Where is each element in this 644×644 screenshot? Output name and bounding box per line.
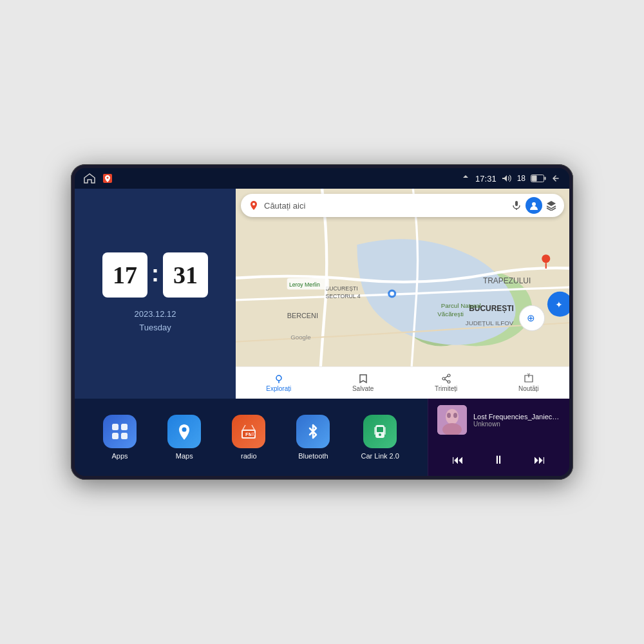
clock-widget: 17 : 31 2023.12.12 Tuesday <box>75 189 236 399</box>
svg-text:Leroy Merlin: Leroy Merlin <box>289 281 320 288</box>
map-nav-saved[interactable]: Salvate <box>352 374 374 392</box>
svg-point-25 <box>542 254 550 263</box>
svg-rect-42 <box>112 433 118 439</box>
status-bar: 17:31 18 <box>75 168 569 189</box>
map-search-text[interactable]: Căutați aici <box>264 201 506 211</box>
main-content: 17 : 31 2023.12.12 Tuesday <box>75 189 569 476</box>
svg-text:Google: Google <box>290 334 311 341</box>
apps-label: Apps <box>112 452 128 460</box>
map-pin-icon <box>249 200 259 211</box>
svg-rect-3 <box>545 177 546 180</box>
radio-icon-image: FM <box>232 415 265 448</box>
svg-point-31 <box>532 202 536 206</box>
svg-text:Parcul Natural: Parcul Natural <box>441 302 481 309</box>
map-nav-share[interactable]: Trimiteți <box>435 374 457 392</box>
svg-point-44 <box>182 428 187 432</box>
next-button[interactable]: ⏭ <box>529 451 551 469</box>
album-art <box>437 405 467 435</box>
apps-icon-image <box>103 415 137 448</box>
svg-line-50 <box>252 425 254 430</box>
clock-date: 2023.12.12 Tuesday <box>134 308 176 335</box>
radio-label: radio <box>241 452 256 460</box>
svg-text:Văcărești: Văcărești <box>437 310 464 317</box>
svg-rect-54 <box>374 427 375 435</box>
app-icons-area: Apps Maps <box>75 399 428 476</box>
home-icon[interactable] <box>84 173 95 184</box>
svg-rect-55 <box>384 427 386 435</box>
battery-icon <box>531 175 546 182</box>
svg-text:BERCENI: BERCENI <box>287 312 318 319</box>
svg-text:✦: ✦ <box>555 299 563 310</box>
clock-minute: 31 <box>163 252 208 298</box>
maps-label: Maps <box>176 452 193 460</box>
svg-rect-41 <box>121 424 128 430</box>
svg-text:BUCUREȘTI: BUCUREȘTI <box>325 285 357 292</box>
app-icon-bluetooth[interactable]: Bluetooth <box>296 415 330 460</box>
music-info: Lost Frequencies_Janieck Devy-... Unknow… <box>437 405 560 435</box>
mic-icon[interactable] <box>511 200 522 211</box>
svg-point-59 <box>447 413 451 418</box>
bluetooth-icon-image <box>296 415 330 448</box>
map-search-bar[interactable]: Căutați aici <box>241 194 564 217</box>
status-time: 17:31 <box>475 174 497 184</box>
music-artist: Unknown <box>473 421 560 428</box>
svg-point-32 <box>276 375 281 381</box>
svg-rect-28 <box>515 201 518 206</box>
maps-status-icon[interactable] <box>102 173 113 184</box>
status-right-icons: 17:31 18 <box>461 174 560 184</box>
device-screen: 17:31 18 <box>75 168 569 476</box>
svg-point-53 <box>379 433 381 436</box>
carlink-label: Car Link 2.0 <box>361 452 399 460</box>
back-icon[interactable] <box>551 174 560 183</box>
svg-line-49 <box>243 425 245 430</box>
layers-icon[interactable] <box>546 200 556 211</box>
app-icon-maps[interactable]: Maps <box>167 415 201 460</box>
svg-line-37 <box>445 376 448 378</box>
svg-text:⊕: ⊕ <box>527 312 535 323</box>
app-icon-carlink[interactable]: Car Link 2.0 <box>361 415 399 460</box>
clock-colon: : <box>151 260 159 287</box>
svg-rect-52 <box>377 427 383 432</box>
app-icon-radio[interactable]: FM radio <box>232 415 265 460</box>
status-battery-num: 18 <box>517 174 526 183</box>
volume-icon <box>502 174 512 183</box>
music-text: Lost Frequencies_Janieck Devy-... Unknow… <box>473 413 560 428</box>
svg-text:SECTORUL 4: SECTORUL 4 <box>325 293 360 299</box>
bluetooth-label: Bluetooth <box>298 452 328 460</box>
svg-text:TRAPEZULUI: TRAPEZULUI <box>483 276 531 285</box>
status-left-icons <box>84 173 113 184</box>
svg-point-60 <box>453 413 457 418</box>
carlink-icon-image <box>363 415 397 448</box>
music-player: Lost Frequencies_Janieck Devy-... Unknow… <box>428 399 569 476</box>
map-search-icons <box>511 197 556 214</box>
svg-rect-43 <box>121 433 128 439</box>
map-bottom-bar: Explorați Salvate <box>236 366 569 399</box>
svg-rect-40 <box>112 424 118 430</box>
svg-text:JUDEȚUL ILFOV: JUDEȚUL ILFOV <box>466 319 514 327</box>
maps-icon-image <box>167 415 201 448</box>
map-widget[interactable]: TRAPEZULUI BUCUREȘTI JUDEȚUL ILFOV BERCE… <box>236 189 569 399</box>
play-pause-button[interactable]: ⏸ <box>488 451 509 469</box>
map-nav-explore[interactable]: Explorați <box>266 374 291 392</box>
music-title: Lost Frequencies_Janieck Devy-... <box>473 413 560 421</box>
app-icon-apps[interactable]: Apps <box>103 415 137 460</box>
svg-point-20 <box>390 292 394 296</box>
svg-point-34 <box>448 374 450 377</box>
top-section: 17 : 31 2023.12.12 Tuesday <box>75 189 569 399</box>
svg-rect-4 <box>532 176 537 182</box>
svg-line-38 <box>445 379 448 381</box>
clock-hour: 17 <box>102 252 147 298</box>
svg-point-36 <box>448 381 450 383</box>
svg-point-48 <box>251 432 255 436</box>
device-frame: 17:31 18 <box>71 164 573 480</box>
map-nav-news[interactable]: Noutăți <box>518 374 539 392</box>
svg-point-1 <box>107 177 109 179</box>
prev-button[interactable]: ⏮ <box>447 451 469 469</box>
svg-point-35 <box>442 377 445 380</box>
bottom-section: Apps Maps <box>75 399 569 476</box>
signal-icon <box>461 174 470 183</box>
user-avatar[interactable] <box>526 197 542 214</box>
music-controls: ⏮ ⏸ ⏭ <box>437 451 560 469</box>
svg-point-27 <box>252 203 255 205</box>
clock-display: 17 : 31 <box>102 252 208 298</box>
